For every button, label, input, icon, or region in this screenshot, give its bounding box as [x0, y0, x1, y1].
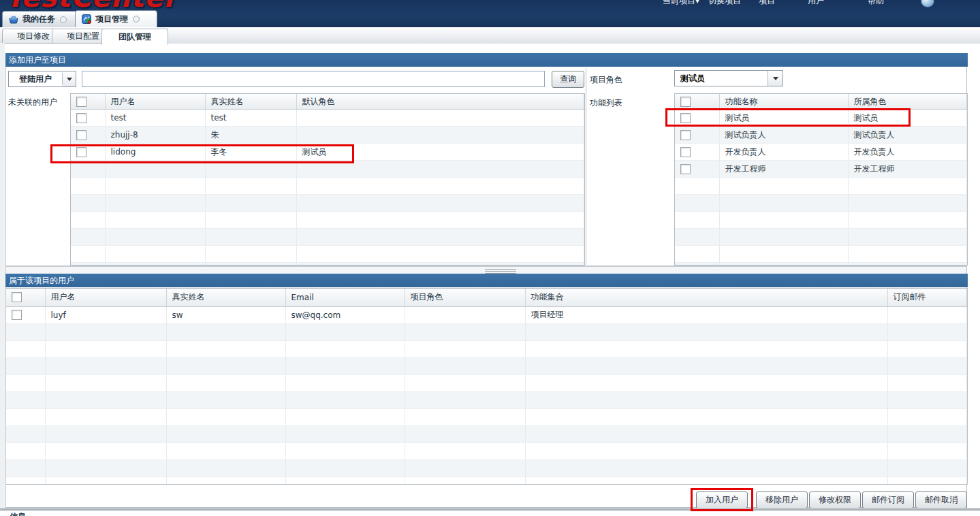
testcenter-app: TestCenter 当前项目▾ 切换项目 项目 用户 帮助 我的任务 项目管理…	[0, 0, 980, 516]
modify-permission-button[interactable]: 修改权限	[809, 491, 861, 509]
splitter-grip-icon[interactable]	[485, 269, 516, 274]
column-header-subscribe-mail: 订阅邮件	[887, 289, 967, 306]
mail-subscribe-button[interactable]: 邮件订阅	[862, 491, 914, 509]
login-user-dropdown[interactable]: 登陆用户	[8, 71, 76, 87]
column-header-username: 用户名	[45, 289, 166, 306]
table-row-empty	[71, 229, 584, 246]
table-row[interactable]: 开发负责人 开发负责人	[675, 144, 967, 161]
cell-owning-role: 测试负责人	[848, 127, 967, 144]
row-checkbox[interactable]	[680, 147, 691, 157]
cell-project-role	[405, 306, 525, 323]
cell-username: test	[105, 110, 205, 127]
login-user-dropdown-label: 登陆用户	[9, 74, 62, 85]
window-tab-label: 我的任务	[22, 14, 55, 25]
mail-cancel-button[interactable]: 邮件取消	[915, 491, 967, 509]
column-header-realname: 真实姓名	[205, 94, 296, 110]
column-header-realname: 真实姓名	[166, 289, 285, 306]
cell-default-role: 测试员	[296, 144, 584, 161]
sub-tab-bar: 项目修改 项目配置 团队管理	[0, 27, 980, 44]
remove-user-button[interactable]: 移除用户	[756, 491, 808, 509]
cell-owning-role: 开发负责人	[848, 144, 967, 161]
row-checkbox[interactable]	[680, 164, 691, 174]
row-checkbox[interactable]	[76, 147, 86, 157]
cell-username: zhujj-8	[105, 127, 205, 144]
project-role-label: 项目角色	[590, 74, 622, 86]
top-menu-item-current-project[interactable]: 当前项目▾	[663, 0, 699, 7]
column-header-email: Email	[285, 289, 405, 306]
tab-status-dot[interactable]	[60, 16, 67, 23]
cell-realname: sw	[166, 306, 285, 323]
table-row-empty	[71, 246, 584, 263]
project-role-dropdown[interactable]: 测试员	[674, 70, 783, 86]
window-tab-project-management[interactable]: 项目管理	[75, 10, 157, 27]
tab-status-dot[interactable]	[133, 16, 140, 22]
row-checkbox[interactable]	[12, 310, 22, 320]
table-row-empty	[71, 195, 584, 212]
select-all-checkbox[interactable]	[12, 292, 22, 302]
column-header-project-role: 项目角色	[405, 289, 525, 306]
cell-owning-role: 开发工程师	[848, 161, 967, 178]
table-row[interactable]: test test	[71, 110, 584, 127]
top-menu-item-project[interactable]: 项目	[759, 0, 775, 7]
column-header-username: 用户名	[105, 94, 205, 110]
row-checkbox[interactable]	[76, 113, 86, 123]
project-members-section-header: 属于该项目的用户	[5, 274, 968, 287]
user-globe-icon[interactable]	[921, 0, 934, 7]
cell-function-name: 开发负责人	[719, 144, 848, 161]
cell-realname: test	[205, 110, 296, 127]
table-header-row: 用户名 真实姓名 Email 项目角色 功能集合 订阅邮件	[6, 289, 967, 306]
cell-function-name: 测试员	[719, 110, 848, 127]
top-menu-item-switch-project[interactable]: 切换项目	[708, 0, 741, 7]
table-row-empty	[6, 408, 967, 425]
table-row-empty	[6, 374, 967, 391]
table-row[interactable]: zhujj-8 朱	[71, 127, 584, 144]
select-all-header	[71, 94, 105, 110]
window-tab-my-tasks[interactable]: 我的任务	[2, 11, 84, 27]
row-checkbox[interactable]	[76, 130, 86, 140]
query-button[interactable]: 查询	[552, 71, 584, 88]
select-all-checkbox[interactable]	[76, 97, 86, 107]
cell-owning-role: 测试员	[848, 110, 967, 127]
tasks-basket-icon	[8, 14, 19, 25]
cell-realname: 朱	[205, 127, 296, 144]
table-row-empty	[6, 391, 967, 408]
table-row[interactable]: luyf sw sw@qq.com 项目经理	[6, 306, 967, 323]
table-row-empty	[675, 246, 967, 263]
row-checkbox[interactable]	[680, 130, 691, 140]
top-navigation-bar: TestCenter 当前项目▾ 切换项目 项目 用户 帮助 我的任务 项目管理	[0, 0, 980, 27]
cell-function-name: 测试负责人	[719, 127, 848, 144]
table-row-empty	[6, 442, 967, 459]
user-search-input[interactable]	[82, 71, 545, 87]
column-header-default-role: 默认角色	[296, 94, 584, 110]
project-members-table: 用户名 真实姓名 Email 项目角色 功能集合 订阅邮件 luyf sw sw…	[5, 288, 968, 485]
table-row-empty	[6, 340, 967, 357]
select-all-checkbox[interactable]	[680, 97, 691, 107]
table-row-highlighted[interactable]: lidong 李冬 测试员	[71, 144, 584, 161]
table-row-empty	[6, 425, 967, 442]
window-tab-label: 项目管理	[95, 14, 128, 25]
table-row[interactable]: 开发工程师 开发工程师	[675, 161, 967, 178]
row-checkbox[interactable]	[680, 113, 691, 123]
table-header-row: 功能名称 所属角色	[675, 94, 967, 110]
unassociated-users-label: 未关联的用户	[8, 97, 57, 108]
cell-function-name: 开发工程师	[719, 161, 848, 178]
table-row[interactable]: 测试负责人 测试负责人	[675, 127, 967, 144]
cell-email: sw@qq.com	[285, 306, 405, 323]
cell-default-role	[296, 127, 584, 144]
table-row-highlighted[interactable]: 测试员 测试员	[675, 110, 967, 127]
select-all-header	[6, 289, 45, 306]
top-menu-item-help[interactable]: 帮助	[868, 0, 884, 7]
table-row-empty	[6, 323, 967, 340]
left-margin-strip	[0, 43, 5, 508]
sub-tab-team-management[interactable]: 团队管理	[101, 29, 168, 45]
chevron-down-icon[interactable]	[63, 71, 76, 86]
column-header-function-set: 功能集合	[525, 289, 887, 306]
function-list-label: 功能列表	[590, 97, 622, 109]
chevron-down-icon[interactable]	[768, 71, 783, 86]
top-menu-item-user[interactable]: 用户	[808, 0, 824, 7]
table-row-empty	[675, 195, 967, 212]
status-info-label: 信息	[10, 511, 26, 516]
unassociated-users-table: 用户名 真实姓名 默认角色 test test zhujj-8 朱	[70, 93, 585, 265]
add-user-button[interactable]: 加入用户	[696, 491, 748, 509]
cell-username: luyf	[45, 306, 166, 323]
